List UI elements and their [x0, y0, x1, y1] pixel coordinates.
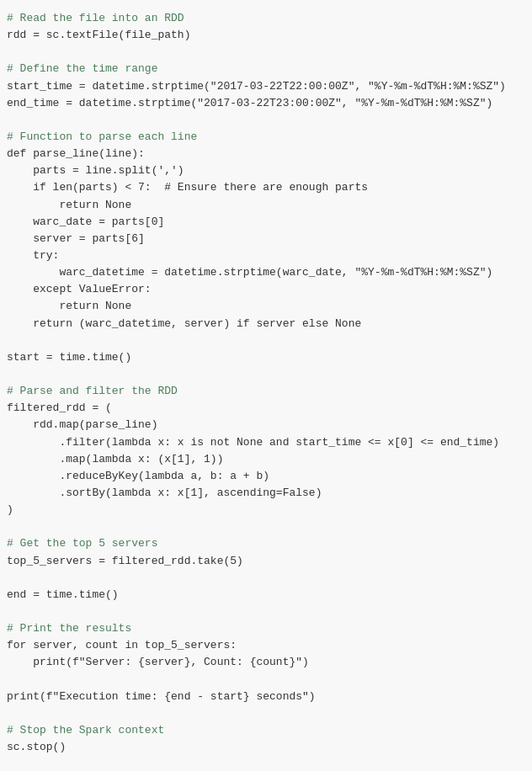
line-21: start = time.time() [7, 351, 131, 364]
line-23: # Parse and filter the RDD [7, 385, 178, 397]
line-29: .sortBy(lambda x: x[1], ascending=False) [7, 487, 322, 499]
line-25: rdd.map(parse_line) [7, 418, 157, 431]
line-10: parts = line.split(',') [7, 164, 184, 177]
line-13: warc_date = parts[0] [7, 215, 164, 228]
line-2: rdd = sc.textFile(file_path) [7, 29, 190, 41]
line-4: # Define the time range [7, 62, 157, 75]
line-5: start_time = datetime.strptime("2017-03-… [7, 80, 506, 93]
line-43: # Stop the Spark context [7, 724, 164, 736]
line-26: .filter(lambda x: x is not None and star… [7, 436, 499, 449]
line-27: .map(lambda x: (x[1], 1)) [7, 453, 223, 465]
line-15: try: [7, 249, 59, 262]
line-18: return None [7, 300, 131, 312]
line-9: def parse_line(line): [7, 147, 145, 160]
line-24: filtered_rdd = ( [7, 401, 112, 414]
line-1: # Read the file into an RDD [7, 12, 184, 24]
line-19: return (warc_datetime, server) if server… [7, 317, 361, 330]
line-32: # Get the top 5 servers [7, 537, 157, 550]
line-28: .reduceByKey(lambda a, b: a + b) [7, 470, 269, 482]
line-17: except ValueError: [7, 283, 152, 295]
line-11: if len(parts) < 7: # Ensure there are en… [7, 181, 368, 194]
line-30: ) [7, 503, 13, 516]
code-block: # Read the file into an RDD rdd = sc.tex… [7, 10, 525, 771]
line-12: return None [7, 199, 131, 211]
line-8: # Function to parse each line [7, 130, 197, 143]
line-35: end = time.time() [7, 588, 119, 601]
line-39: print(f"Server: {server}, Count: {count}… [7, 656, 309, 668]
line-37: # Print the results [7, 622, 131, 635]
line-16: warc_datetime = datetime.strptime(warc_d… [7, 266, 492, 279]
line-6: end_time = datetime.strptime("2017-03-22… [7, 97, 492, 109]
line-44: sc.stop() [7, 741, 66, 753]
line-33: top_5_servers = filtered_rdd.take(5) [7, 555, 243, 567]
line-38: for server, count in top_5_servers: [7, 639, 237, 651]
line-41: print(f"Execution time: {end - start} se… [7, 690, 316, 703]
line-14: server = parts[6] [7, 232, 145, 245]
code-container: # Read the file into an RDD rdd = sc.tex… [0, 0, 532, 771]
